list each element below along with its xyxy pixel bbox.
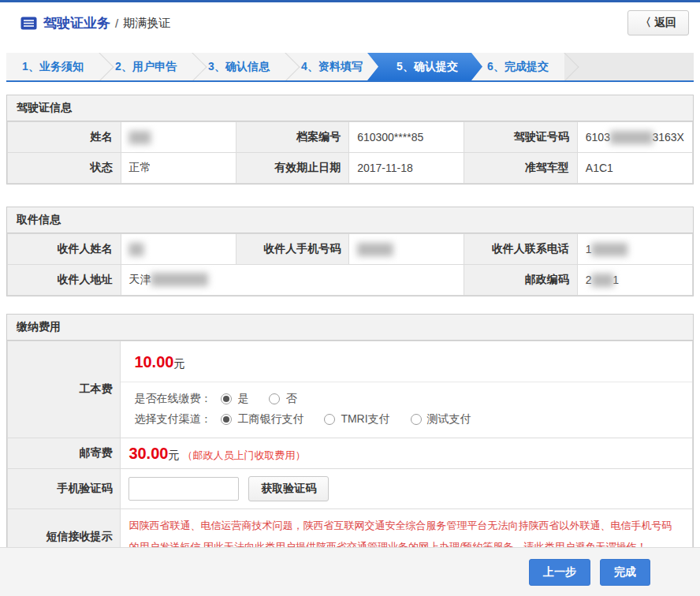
online-pay-label: 是否在线缴费： <box>134 392 211 406</box>
recipient-name-value: ██ <box>121 234 236 265</box>
sms-captcha-cell: 获取验证码 <box>121 469 693 509</box>
fees-section-title: 缴纳费用 <box>7 315 693 341</box>
table-row: 收件人地址 天津████████ 邮政编码 2███1 <box>8 265 693 296</box>
page-title: 驾驶证业务 <box>43 14 110 32</box>
zip-code-value: 2███1 <box>577 265 692 296</box>
file-number-value: 610300****85 <box>349 122 464 153</box>
license-info-section: 驾驶证信息 姓名 ███ 档案编号 610300****85 驾驶证号码 610… <box>6 95 694 184</box>
get-captcha-button[interactable]: 获取验证码 <box>248 476 329 501</box>
radio-checked-icon <box>221 414 232 425</box>
license-business-icon <box>20 17 37 30</box>
chevron-left-icon: 〈 <box>640 16 651 28</box>
recipient-address-label: 收件人地址 <box>8 265 121 296</box>
online-pay-no-radio[interactable]: 否 <box>269 392 296 406</box>
work-fee-amount: 10.00元 <box>121 341 692 382</box>
channel-test-radio[interactable]: 测试支付 <box>411 412 471 427</box>
back-button-label: 返回 <box>654 16 676 28</box>
table-row: 手机验证码 获取验证码 <box>8 469 693 509</box>
license-section-title: 驾驶证信息 <box>7 95 693 121</box>
radio-unchecked-icon <box>269 393 280 404</box>
pickup-section-title: 取件信息 <box>7 207 693 233</box>
page-header: 驾驶证业务 / 期满换证 〈返回 <box>0 2 700 43</box>
post-fee-value: 30.00元（邮政人员上门收取费用） <box>121 438 693 469</box>
table-row: 工本费 10.00元 是否在线缴费： 是 否 选择支付渠道： 工商银行支付 <box>8 341 693 438</box>
pickup-info-section: 取件信息 收件人姓名 ██ 收件人手机号码 █████ 收件人联系电话 1███… <box>6 207 694 296</box>
breadcrumb-divider: / <box>115 17 118 30</box>
work-fee-cell: 10.00元 是否在线缴费： 是 否 选择支付渠道： 工商银行支付 TMRI支付 <box>121 341 693 438</box>
recipient-mobile-value: █████ <box>349 234 464 265</box>
recipient-name-label: 收件人姓名 <box>8 234 121 265</box>
recipient-address-value: 天津████████ <box>121 265 464 296</box>
vehicle-class-value: A1C1 <box>577 153 692 184</box>
name-value: ███ <box>121 122 236 153</box>
table-row: 姓名 ███ 档案编号 610300****85 驾驶证号码 6103█████… <box>8 122 693 153</box>
step-5-confirm-submit-active[interactable]: 5、确认提交 <box>367 53 482 80</box>
table-row: 邮寄费 30.00元（邮政人员上门收取费用） <box>8 438 693 469</box>
step-6-complete-submit[interactable]: 6、完成提交 <box>471 53 564 80</box>
previous-step-button[interactable]: 上一步 <box>529 559 590 586</box>
expiry-label: 有效期止日期 <box>236 153 349 184</box>
channel-tmri-radio[interactable]: TMRI支付 <box>324 412 389 427</box>
table-row: 状态 正常 有效期止日期 2017-11-18 准驾车型 A1C1 <box>8 153 693 184</box>
sms-captcha-label: 手机验证码 <box>8 469 121 509</box>
license-number-label: 驾驶证号码 <box>464 122 578 153</box>
radio-checked-icon <box>221 393 232 404</box>
step-1-business-notice[interactable]: 1、业务须知 <box>6 53 99 80</box>
finish-button[interactable]: 完成 <box>600 559 650 586</box>
breadcrumb-current: 期满换证 <box>123 16 170 31</box>
radio-unchecked-icon <box>411 414 422 425</box>
payment-options: 是否在线缴费： 是 否 选择支付渠道： 工商银行支付 TMRI支付 测试支付 <box>121 382 692 438</box>
radio-unchecked-icon <box>324 414 335 425</box>
recipient-mobile-label: 收件人手机号码 <box>236 234 349 265</box>
main-content: 驾驶证信息 姓名 ███ 档案编号 610300****85 驾驶证号码 610… <box>0 95 700 565</box>
post-fee-label: 邮寄费 <box>8 438 121 469</box>
pay-channel-label: 选择支付渠道： <box>134 412 211 427</box>
status-label: 状态 <box>8 153 121 184</box>
file-number-label: 档案编号 <box>236 122 349 153</box>
license-info-table: 姓名 ███ 档案编号 610300****85 驾驶证号码 6103█████… <box>7 121 693 184</box>
fees-section: 缴纳费用 工本费 10.00元 是否在线缴费： 是 否 <box>6 314 694 565</box>
zip-code-label: 邮政编码 <box>464 265 578 296</box>
license-number-value: 6103██████3163X <box>577 122 692 153</box>
fees-table: 工本费 10.00元 是否在线缴费： 是 否 选择支付渠道： 工商银行支付 <box>7 341 693 564</box>
recipient-phone-label: 收件人联系电话 <box>464 234 578 265</box>
work-fee-label: 工本费 <box>8 341 121 438</box>
pay-channel-row: 选择支付渠道： 工商银行支付 TMRI支付 测试支付 <box>134 412 679 427</box>
table-row: 收件人姓名 ██ 收件人手机号码 █████ 收件人联系电话 1█████ <box>8 234 693 265</box>
step-navigation: 1、业务须知 2、用户申告 3、确认信息 4、资料填写 5、确认提交 6、完成提… <box>6 53 694 82</box>
sms-captcha-input[interactable] <box>128 477 239 501</box>
name-label: 姓名 <box>8 122 121 153</box>
recipient-phone-value: 1█████ <box>577 234 692 265</box>
online-pay-row: 是否在线缴费： 是 否 <box>134 392 679 406</box>
expiry-value: 2017-11-18 <box>349 153 464 184</box>
channel-icbc-radio[interactable]: 工商银行支付 <box>221 412 303 427</box>
post-fee-note: （邮政人员上门收取费用） <box>182 449 305 461</box>
pickup-info-table: 收件人姓名 ██ 收件人手机号码 █████ 收件人联系电话 1█████ 收件… <box>7 233 693 296</box>
back-button[interactable]: 〈返回 <box>627 10 689 35</box>
stepnav-filler <box>564 53 694 80</box>
vehicle-class-label: 准驾车型 <box>464 153 578 184</box>
online-pay-yes-radio[interactable]: 是 <box>221 392 248 406</box>
footer-bar: 上一步 完成 <box>0 547 700 596</box>
status-value: 正常 <box>121 153 236 184</box>
